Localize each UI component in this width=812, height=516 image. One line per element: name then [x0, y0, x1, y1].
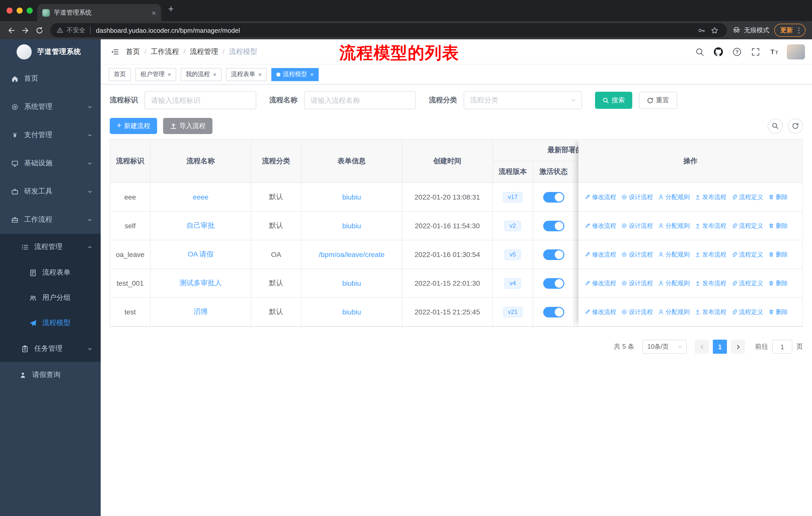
minimize-window-button[interactable]: [17, 7, 23, 13]
close-icon[interactable]: ×: [213, 71, 216, 77]
filter-category-select[interactable]: 流程分类: [464, 91, 582, 109]
model-name-link[interactable]: eeee: [193, 193, 208, 201]
search-button[interactable]: 搜索: [595, 92, 632, 109]
active-toggle[interactable]: [543, 249, 564, 260]
forward-button[interactable]: [18, 23, 32, 37]
sidebar-item-process-model[interactable]: 流程模型: [0, 310, 101, 335]
github-icon[interactable]: [712, 46, 724, 58]
tag-my-process[interactable]: 我的流程×: [181, 68, 222, 81]
form-info-link[interactable]: biubiu: [342, 193, 361, 201]
search-toggle-button[interactable]: [768, 118, 783, 134]
close-icon[interactable]: ×: [258, 71, 262, 77]
flow-definition-link[interactable]: 流程定义: [731, 250, 763, 259]
delete-link[interactable]: 删除: [768, 193, 788, 201]
modify-flow-link[interactable]: 修改流程: [584, 221, 616, 230]
sidebar-item-user-group[interactable]: 用户分组: [0, 285, 101, 310]
delete-link[interactable]: 删除: [768, 308, 788, 316]
flow-definition-link[interactable]: 流程定义: [731, 221, 763, 230]
tag-tenant-manage[interactable]: 租户管理×: [136, 68, 176, 81]
tag-process-form[interactable]: 流程表单×: [226, 68, 267, 81]
design-flow-link[interactable]: 设计流程: [621, 308, 653, 316]
bookmark-star-icon[interactable]: [708, 26, 721, 34]
publish-flow-link[interactable]: 发布流程: [695, 250, 726, 259]
sidebar-item-process-manage[interactable]: 流程管理: [0, 234, 101, 260]
form-info-link[interactable]: biubiu: [342, 279, 361, 287]
user-avatar[interactable]: [787, 44, 805, 59]
goto-page-input[interactable]: [772, 340, 792, 354]
sidebar-item-workflow[interactable]: 工作流程: [0, 206, 101, 234]
sidebar-item-dev-tools[interactable]: 研发工具: [0, 178, 101, 206]
tab-close-icon[interactable]: ×: [151, 9, 156, 17]
import-flow-button[interactable]: 导入流程: [163, 118, 213, 134]
maximize-window-button[interactable]: [27, 7, 33, 13]
model-name-link[interactable]: 测试多审批人: [179, 279, 222, 288]
assign-rule-link[interactable]: 分配规则: [658, 250, 690, 259]
model-name-link[interactable]: 滔博: [194, 307, 208, 317]
help-icon[interactable]: ?: [731, 46, 743, 58]
active-toggle[interactable]: [543, 278, 564, 289]
design-flow-link[interactable]: 设计流程: [621, 250, 653, 259]
filter-name-input[interactable]: [304, 91, 416, 109]
sidebar-item-process-form[interactable]: 流程表单: [0, 260, 101, 285]
browser-tab[interactable]: 芋道管理系统 ×: [37, 4, 161, 21]
font-size-icon[interactable]: TT: [768, 46, 780, 58]
filter-id-input[interactable]: [144, 91, 256, 109]
flow-definition-link[interactable]: 流程定义: [731, 279, 763, 288]
assign-rule-link[interactable]: 分配规则: [658, 193, 690, 201]
active-toggle[interactable]: [543, 192, 564, 202]
fullscreen-icon[interactable]: [750, 46, 762, 58]
sidebar-item-system-manage[interactable]: 系统管理: [0, 93, 101, 121]
next-page-button[interactable]: [731, 340, 745, 354]
current-page[interactable]: 1: [713, 340, 727, 354]
address-bar[interactable]: 不安全 dashboard.yudao.iocoder.cn/bpm/manag…: [50, 23, 727, 37]
design-flow-link[interactable]: 设计流程: [621, 221, 653, 230]
sidebar-toggle-icon[interactable]: [108, 45, 122, 59]
publish-flow-link[interactable]: 发布流程: [695, 193, 726, 201]
design-flow-link[interactable]: 设计流程: [621, 279, 653, 288]
delete-link[interactable]: 删除: [768, 221, 788, 230]
breadcrumb-item[interactable]: 流程管理: [190, 47, 218, 56]
active-toggle[interactable]: [543, 307, 564, 317]
modify-flow-link[interactable]: 修改流程: [584, 250, 616, 259]
model-name-link[interactable]: 自己审批: [186, 221, 215, 230]
browser-menu-icon[interactable]: ⋮: [795, 26, 803, 34]
publish-flow-link[interactable]: 发布流程: [695, 308, 726, 316]
refresh-table-button[interactable]: [788, 118, 803, 134]
new-tab-button[interactable]: +: [168, 4, 174, 13]
password-key-icon[interactable]: [695, 26, 708, 34]
breadcrumb-item[interactable]: 首页: [126, 47, 140, 56]
sidebar-item-leave-query[interactable]: 请假查询: [0, 362, 101, 388]
create-flow-button[interactable]: + 新建流程: [110, 118, 157, 134]
assign-rule-link[interactable]: 分配规则: [658, 308, 690, 316]
form-info-link[interactable]: biubiu: [342, 222, 361, 230]
active-toggle[interactable]: [543, 220, 564, 231]
tag-home[interactable]: 首页: [109, 68, 131, 81]
modify-flow-link[interactable]: 修改流程: [584, 193, 616, 201]
form-info-link[interactable]: biubiu: [342, 308, 361, 316]
close-window-button[interactable]: [6, 7, 12, 13]
reset-button[interactable]: 重置: [639, 92, 677, 109]
flow-definition-link[interactable]: 流程定义: [731, 193, 763, 201]
page-size-select[interactable]: 10条/页: [642, 340, 687, 354]
sidebar-item-home[interactable]: 首页: [0, 64, 101, 93]
close-icon[interactable]: ×: [310, 71, 314, 77]
modify-flow-link[interactable]: 修改流程: [584, 308, 616, 316]
model-name-link[interactable]: OA 请假: [188, 250, 214, 259]
form-info-link[interactable]: /bpm/oa/leave/create: [319, 250, 385, 259]
flow-definition-link[interactable]: 流程定义: [731, 308, 763, 316]
assign-rule-link[interactable]: 分配规则: [658, 221, 690, 230]
sidebar-item-task-manage[interactable]: 任务管理: [0, 335, 101, 362]
close-icon[interactable]: ×: [168, 71, 171, 77]
search-icon[interactable]: [694, 46, 706, 58]
reload-button[interactable]: [32, 23, 46, 37]
back-button[interactable]: [4, 23, 18, 37]
sidebar-item-payment-manage[interactable]: ¥ 支付管理: [0, 121, 101, 149]
assign-rule-link[interactable]: 分配规则: [658, 279, 690, 288]
publish-flow-link[interactable]: 发布流程: [695, 221, 726, 230]
delete-link[interactable]: 删除: [768, 279, 788, 288]
browser-update-button[interactable]: 更新 ⋮: [774, 24, 806, 37]
publish-flow-link[interactable]: 发布流程: [695, 279, 726, 288]
tag-process-model[interactable]: 流程模型×: [271, 68, 319, 81]
sidebar-item-infrastructure[interactable]: 基础设施: [0, 149, 101, 178]
delete-link[interactable]: 删除: [768, 250, 788, 259]
